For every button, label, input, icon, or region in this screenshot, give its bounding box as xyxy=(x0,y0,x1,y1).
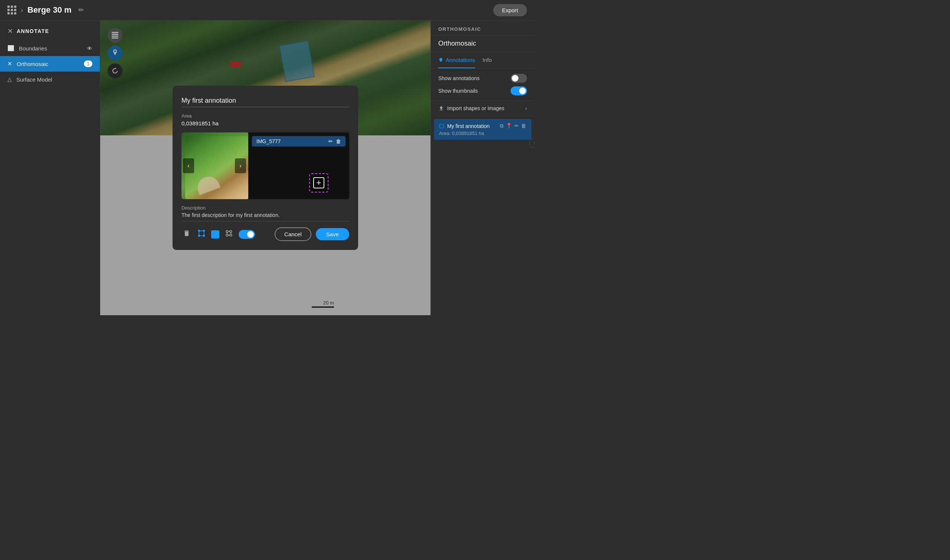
sidebar-item-orthomosaic[interactable]: ✕ Orthomosaic 1 xyxy=(0,56,100,72)
topbar-right: Export xyxy=(493,4,527,16)
show-annotations-row: Show annotations xyxy=(438,74,527,83)
visibility-toggle[interactable] xyxy=(239,230,255,239)
right-sidebar-title: Orthomosaic xyxy=(431,35,534,52)
image-gallery: IMG_5777 ✏ 🗑 + ‹ › xyxy=(182,132,349,199)
annotations-tab-icon xyxy=(438,57,443,63)
annotation-name-row: My first annotation ⧉ 📍 ✏ 🗑 xyxy=(439,123,526,129)
image-filename-bar: IMG_5777 ✏ 🗑 xyxy=(252,136,345,146)
svg-rect-7 xyxy=(204,230,205,231)
svg-rect-9 xyxy=(204,235,205,236)
show-annotations-toggle[interactable] xyxy=(510,74,527,83)
boundaries-icon: ⬜ xyxy=(8,45,14,52)
import-chevron-icon: › xyxy=(525,105,527,111)
area-field-value: 0,03891851 ha xyxy=(182,120,349,126)
right-sidebar-section-label: ORTHOMOSAIC xyxy=(431,20,534,35)
svg-rect-13 xyxy=(230,234,232,236)
tab-annotations[interactable]: Annotations xyxy=(438,52,475,68)
map-area[interactable]: 20 m Area 0,03891851 ha xyxy=(100,20,430,315)
grid-menu-icon[interactable] xyxy=(8,6,16,14)
sidebar-item-surface-model[interactable]: △ Surface Model xyxy=(0,72,100,87)
modal-toolbar: Cancel Save xyxy=(182,227,349,241)
right-sidebar-tabs: Annotations Info xyxy=(431,52,534,69)
topbar-left: › Berge 30 m ✏ xyxy=(8,5,84,15)
boundaries-label: Boundaries xyxy=(19,45,47,52)
location-annotation-icon[interactable]: 📍 xyxy=(506,123,512,129)
svg-rect-11 xyxy=(230,231,232,232)
modal-divider xyxy=(182,221,349,222)
show-annotations-label: Show annotations xyxy=(438,75,480,81)
sidebar-item-boundaries[interactable]: ⬜ Boundaries 👁 xyxy=(0,40,100,56)
left-sidebar: ✕ ANNOTATE ⬜ Boundaries 👁 ✕ Orthomosaic … xyxy=(0,20,100,315)
gallery-thumb-overlay: IMG_5777 ✏ 🗑 xyxy=(248,132,349,199)
annotation-actions: ⧉ 📍 ✏ 🗑 xyxy=(500,123,526,129)
annotation-title-input[interactable] xyxy=(182,95,349,107)
orthomosaic-icon: ✕ xyxy=(8,60,12,67)
show-thumbnails-row: Show thumbnails xyxy=(438,86,527,95)
annotate-title: ANNOTATE xyxy=(17,28,49,34)
svg-rect-10 xyxy=(227,231,228,232)
breadcrumb-chevron-icon: › xyxy=(21,6,23,14)
delete-filename-icon[interactable]: 🗑 xyxy=(336,138,341,144)
show-thumbnails-label: Show thumbnails xyxy=(438,88,478,94)
vertex-edit-button[interactable] xyxy=(224,228,234,240)
color-picker-button[interactable] xyxy=(211,230,219,238)
cancel-button[interactable]: Cancel xyxy=(275,227,312,241)
import-label: Import shapes or images xyxy=(447,105,504,111)
orthomosaic-badge: 1 xyxy=(84,60,93,67)
edit-filename-icon[interactable]: ✏ xyxy=(328,138,333,144)
save-button[interactable]: Save xyxy=(316,228,349,240)
svg-rect-12 xyxy=(227,234,228,236)
close-icon[interactable]: ✕ xyxy=(8,27,13,35)
edit-title-icon[interactable]: ✏ xyxy=(78,6,84,14)
area-field-label: Area xyxy=(182,113,349,118)
annotation-name: My first annotation xyxy=(447,123,497,129)
import-shapes-button[interactable]: Import shapes or images › xyxy=(431,101,534,116)
page-title: Berge 30 m xyxy=(28,5,72,15)
modal-overlay: Area 0,03891851 ha IMG_5777 xyxy=(100,20,430,315)
transform-annotation-button[interactable] xyxy=(196,228,207,240)
tab-info[interactable]: Info xyxy=(483,52,492,68)
description-text: The first description for my first annot… xyxy=(182,212,349,218)
import-btn-left: Import shapes or images xyxy=(438,105,504,111)
description-label: Description xyxy=(182,205,349,211)
annotation-polygon-icon xyxy=(439,123,444,129)
delete-annotation-icon[interactable]: 🗑 xyxy=(521,123,526,129)
gallery-next-button[interactable]: › xyxy=(235,158,246,173)
topbar: › Berge 30 m ✏ Export xyxy=(0,0,534,20)
delete-annotation-button[interactable] xyxy=(182,228,192,240)
svg-rect-6 xyxy=(199,230,200,231)
orthomosaic-label: Orthomosaic xyxy=(17,61,48,67)
eye-icon[interactable]: 👁 xyxy=(87,45,93,52)
surface-model-label: Surface Model xyxy=(16,76,52,83)
surface-model-icon: △ xyxy=(8,76,12,83)
annotation-modal: Area 0,03891851 ha IMG_5777 xyxy=(173,86,358,250)
display-options-section: Show annotations Show thumbnails xyxy=(431,69,534,101)
tab-annotations-label: Annotations xyxy=(446,57,475,63)
edit-annotation-icon[interactable]: ✏ xyxy=(514,123,519,129)
show-thumbnails-toggle[interactable] xyxy=(510,86,527,95)
right-sidebar: ORTHOMOSAIC Orthomosaic Annotations Info… xyxy=(430,20,534,315)
image-filename: IMG_5777 xyxy=(256,138,281,144)
gallery-prev-button[interactable]: ‹ xyxy=(183,158,194,173)
svg-rect-8 xyxy=(199,235,200,236)
sidebar-header: ✕ ANNOTATE xyxy=(0,20,100,40)
annotation-list-item: My first annotation ⧉ 📍 ✏ 🗑 Area: 0,0389… xyxy=(434,119,531,140)
copy-annotation-icon[interactable]: ⧉ xyxy=(500,123,504,129)
import-icon xyxy=(438,105,444,111)
main-layout: ✕ ANNOTATE ⬜ Boundaries 👁 ✕ Orthomosaic … xyxy=(0,20,534,315)
export-button[interactable]: Export xyxy=(493,4,527,16)
annotation-area: Area: 0,03891851 ha xyxy=(439,131,526,136)
tab-info-label: Info xyxy=(483,57,492,63)
